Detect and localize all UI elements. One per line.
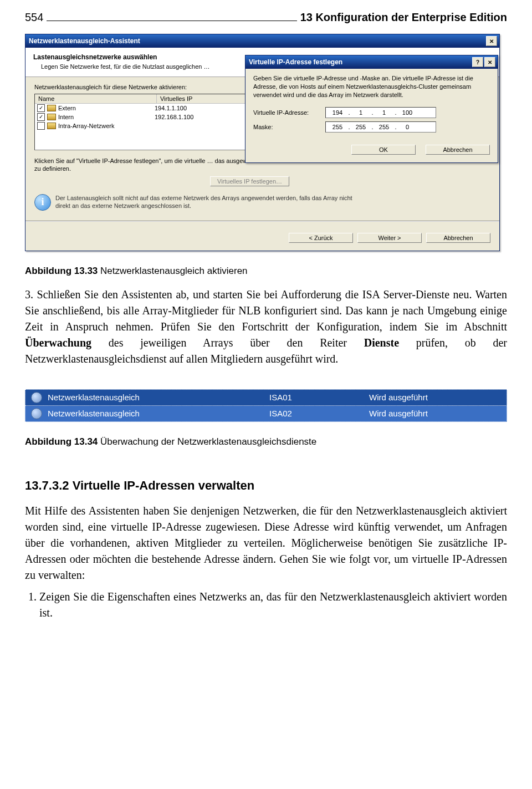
mask-octet: 255 (328, 124, 347, 130)
vip-dialog-titlebar: Virtuelle IP-Adresse festlegen ? ✕ (245, 55, 498, 69)
mask-octet: 0 (398, 124, 417, 130)
body-text-fragment: 3. Schließen Sie den Assistenten ab, und… (25, 288, 507, 333)
close-icon[interactable]: ✕ (486, 36, 497, 46)
service-name: Netzwerklastenausgleich (48, 409, 140, 418)
vip-dialog-form: Virtuelle IP-Adresse: 194. 1. 1. 100 Mas… (245, 101, 498, 139)
ip-octet: 100 (398, 109, 417, 116)
vip-ok-button[interactable]: OK (351, 145, 416, 155)
network-name: Intra-Array-Netzwerk (58, 123, 114, 129)
vip-cancel-button[interactable]: Abbrechen (426, 145, 490, 155)
back-button[interactable]: < Zurück (289, 233, 353, 243)
service-icon (31, 392, 42, 403)
vip-dialog-title: Virtuelle IP-Adresse festlegen (249, 58, 342, 66)
wizard-info-row: i Der Lastenausgleich sollt nicht auf da… (34, 194, 490, 211)
list-item[interactable]: ✓ Extern 194.1.1.100 (35, 104, 273, 113)
col-name: Name (35, 94, 157, 103)
list-item[interactable]: Intra-Array-Netzwerk (35, 121, 273, 130)
info-icon: i (34, 194, 51, 211)
next-button[interactable]: Weiter > (357, 233, 422, 243)
network-listview[interactable]: Name Virtuelles IP ✓ Extern 194.1.1.100 … (34, 94, 274, 150)
figure-caption: Abbildung 13.34 Überwachung der Netzwerk… (25, 436, 507, 447)
body-text-fragment: des jeweiligen Arrays über den Reiter (91, 337, 364, 349)
body-paragraph: 3. Schließen Sie den Assistenten ab, und… (25, 287, 507, 367)
monitoring-table: Netzwerklastenausgleich ISA01 Wird ausge… (25, 389, 507, 422)
network-adapter-icon (47, 123, 56, 129)
service-status: Wird ausgeführt (369, 409, 501, 418)
vip-dialog: Virtuelle IP-Adresse festlegen ? ✕ Geben… (245, 55, 498, 163)
checkbox-icon[interactable]: ✓ (37, 104, 45, 112)
server-name: ISA01 (269, 393, 369, 402)
wizard-window: Netzwerklastenausgleich-Assistent ✕ Last… (25, 34, 500, 251)
listview-header: Name Virtuelles IP (35, 94, 273, 104)
mask-octet: 255 (351, 124, 370, 130)
cancel-button[interactable]: Abbrechen (426, 233, 490, 243)
chapter-title: 13 Konfiguration der Enterprise Edition (300, 11, 507, 24)
service-name: Netzwerklastenausgleich (48, 393, 140, 402)
define-vip-button: Virtuelles IP festlegen… (210, 176, 289, 186)
step-item: Zeigen Sie die Eigenschaften eines Netzw… (39, 589, 507, 621)
caption-number: Abbildung 13.34 (25, 436, 98, 447)
header-rule (47, 12, 296, 21)
checkbox-icon[interactable] (37, 122, 45, 130)
wizard-titlebar: Netzwerklastenausgleich-Assistent ✕ (25, 34, 499, 48)
ip-octet: 1 (351, 109, 370, 116)
wizard-footer: < Zurück Weiter > Abbrechen (25, 226, 499, 251)
wizard-separator (25, 221, 499, 222)
service-icon (31, 408, 42, 419)
vip-ip-label: Virtuelle IP-Adresse: (253, 109, 325, 116)
caption-number: Abbildung 13.33 (25, 266, 98, 276)
network-name: Extern (58, 105, 76, 111)
checkbox-icon[interactable]: ✓ (37, 113, 45, 121)
page-header: 554 13 Konfiguration der Enterprise Edit… (25, 11, 507, 24)
network-name: Intern (58, 114, 74, 120)
wizard-title: Netzwerklastenausgleich-Assistent (29, 37, 140, 45)
table-row: Netzwerklastenausgleich ISA01 Wird ausge… (25, 389, 507, 406)
close-icon[interactable]: ✕ (484, 57, 495, 67)
section-paragraph: Mit Hilfe des Assistenten haben Sie denj… (25, 503, 507, 583)
figure-caption: Abbildung 13.33 Netzwerklastenausgleich … (25, 266, 507, 277)
vip-ip-input[interactable]: 194. 1. 1. 100 (325, 107, 436, 118)
network-adapter-icon (47, 105, 56, 111)
wizard-info-text: Der Lastenausgleich sollt nicht auf das … (55, 194, 366, 210)
caption-text: Netzwerklastenausgleich aktivieren (98, 266, 247, 276)
body-text-bold: Überwachung (25, 337, 91, 349)
caption-text: Überwachung der Netzwerklastenausgleichs… (98, 436, 316, 447)
mask-octet: 255 (375, 124, 393, 130)
network-adapter-icon (47, 114, 56, 120)
server-name: ISA02 (269, 409, 369, 418)
vip-dialog-intro: Geben Sie die virtuelle IP-Adresse und -… (245, 69, 498, 101)
wizard-body: Virtuelle IP-Adresse festlegen ? ✕ Geben… (25, 77, 499, 226)
ip-octet: 194 (328, 109, 347, 116)
help-icon[interactable]: ? (472, 57, 483, 67)
vip-mask-label: Maske: (253, 124, 325, 130)
vip-mask-input[interactable]: 255. 255. 255. 0 (325, 121, 436, 133)
section-heading: 13.7.3.2 Virtuelle IP-Adressen verwalten (25, 479, 507, 493)
body-text-bold: Dienste (364, 337, 399, 349)
service-status: Wird ausgeführt (369, 393, 501, 402)
table-row: Netzwerklastenausgleich ISA02 Wird ausge… (25, 406, 507, 422)
list-item[interactable]: ✓ Intern 192.168.1.100 (35, 113, 273, 121)
steps-list: Zeigen Sie die Eigenschaften eines Netzw… (25, 589, 507, 621)
page-number: 554 (25, 11, 43, 24)
ip-octet: 1 (375, 109, 393, 116)
